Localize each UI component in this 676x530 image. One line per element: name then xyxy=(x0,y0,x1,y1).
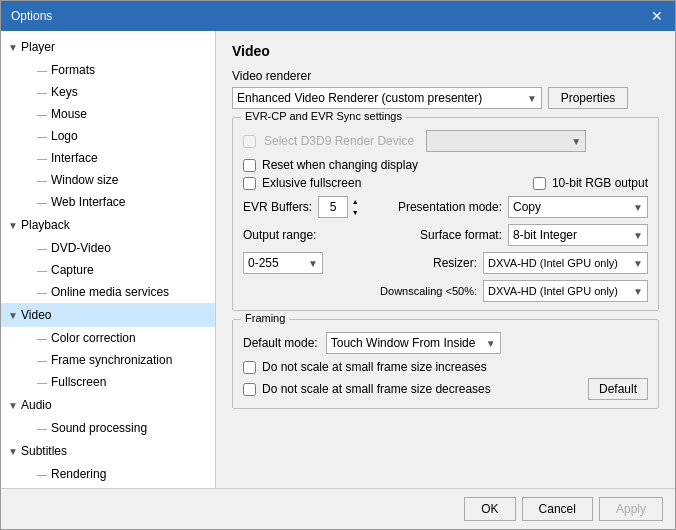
mouse-label: Mouse xyxy=(1,105,215,123)
evr-buffers-input[interactable] xyxy=(319,197,347,217)
web-interface-label: Web Interface xyxy=(1,193,215,211)
sidebar-item-video[interactable]: ▼ Video xyxy=(1,303,215,327)
tenbit-label: 10-bit RGB output xyxy=(552,176,648,190)
d3d9-label: Select D3D9 Render Device xyxy=(264,134,414,148)
sidebar-item-logo[interactable]: Logo xyxy=(1,125,215,147)
output-range-label: Output range: xyxy=(243,228,316,242)
spin-up-button[interactable]: ▲ xyxy=(348,196,362,207)
chevron-down-icon-2: ▼ xyxy=(571,136,581,147)
sidebar-item-color-correction[interactable]: Color correction xyxy=(1,327,215,349)
sidebar-item-audio[interactable]: ▼ Audio xyxy=(1,393,215,417)
exclusive-label: Exlusive fullscreen xyxy=(262,176,361,190)
sidebar-item-frame-sync[interactable]: Frame synchronization xyxy=(1,349,215,371)
framing-group-label: Framing xyxy=(241,312,289,324)
sidebar-item-mouse[interactable]: Mouse xyxy=(1,103,215,125)
close-button[interactable]: ✕ xyxy=(649,8,665,24)
sidebar-item-interface[interactable]: Interface xyxy=(1,147,215,169)
apply-button[interactable]: Apply xyxy=(599,497,663,521)
ok-button[interactable]: OK xyxy=(464,497,515,521)
surface-format-label: Surface format: xyxy=(420,228,502,242)
presentation-mode-label: Presentation mode: xyxy=(398,200,502,214)
title-bar: Options ✕ xyxy=(1,1,675,31)
video-renderer-dropdown[interactable]: Enhanced Video Renderer (custom presente… xyxy=(232,87,542,109)
evr-buffers-spinbox[interactable]: ▲ ▼ xyxy=(318,196,358,218)
presentation-mode-value: Copy xyxy=(513,200,541,214)
spin-down-button[interactable]: ▼ xyxy=(348,207,362,218)
reset-checkbox[interactable] xyxy=(243,159,256,172)
sidebar-item-capture[interactable]: Capture xyxy=(1,259,215,281)
video-label: Video xyxy=(21,308,51,322)
tenbit-checkbox[interactable] xyxy=(533,177,546,190)
playback-arrow: ▼ xyxy=(5,217,21,233)
video-renderer-value: Enhanced Video Renderer (custom presente… xyxy=(237,91,482,105)
default-mode-dropdown[interactable]: Touch Window From Inside ▼ xyxy=(326,332,501,354)
reset-label: Reset when changing display xyxy=(262,158,418,172)
evr-buffers-row: EVR Buffers: ▲ ▼ Presentation mode: xyxy=(243,196,648,218)
fullscreen-label: Fullscreen xyxy=(1,373,215,391)
spin-buttons: ▲ ▼ xyxy=(347,196,362,218)
d3d9-device-dropdown[interactable]: ▼ xyxy=(426,130,586,152)
no-scale-increase-checkbox[interactable] xyxy=(243,361,256,374)
video-renderer-label: Video renderer xyxy=(232,69,659,83)
output-resizer-row: 0-255 ▼ Resizer: DXVA-HD (Intel GPU only… xyxy=(243,252,648,274)
downscaling-row: Downscaling <50%: DXVA-HD (Intel GPU onl… xyxy=(243,280,648,302)
video-arrow: ▼ xyxy=(5,307,21,323)
no-scale-decrease-checkbox[interactable] xyxy=(243,383,256,396)
surface-format-row: Output range: Surface format: 8-bit Inte… xyxy=(243,224,648,246)
presentation-mode-col: Presentation mode: Copy ▼ xyxy=(398,196,648,218)
output-range-dropdown[interactable]: 0-255 ▼ xyxy=(243,252,323,274)
formats-label: Formats xyxy=(1,61,215,79)
chevron-down-icon-4: ▼ xyxy=(633,230,643,241)
sidebar-item-subtitles[interactable]: ▼ Subtitles xyxy=(1,439,215,463)
surface-format-dropdown[interactable]: 8-bit Integer ▼ xyxy=(508,224,648,246)
sidebar-item-fullscreen[interactable]: Fullscreen xyxy=(1,371,215,393)
frame-sync-label: Frame synchronization xyxy=(1,351,215,369)
resizer-value: DXVA-HD (Intel GPU only) xyxy=(488,257,618,269)
chevron-down-icon-5: ▼ xyxy=(308,258,318,269)
sidebar-item-dvd-video[interactable]: DVD-Video xyxy=(1,237,215,259)
surface-format-col: Surface format: 8-bit Integer ▼ xyxy=(420,224,648,246)
options-window: Options ✕ ▼ Player Formats Keys Mouse xyxy=(0,0,676,530)
no-scale-decrease-row: Do not scale at small frame size decreas… xyxy=(243,382,491,396)
chevron-down-icon-6: ▼ xyxy=(633,258,643,269)
logo-label: Logo xyxy=(1,127,215,145)
tenbit-row: 10-bit RGB output xyxy=(533,176,648,190)
sidebar-item-web-interface[interactable]: Web Interface xyxy=(1,191,215,213)
sidebar-item-player[interactable]: ▼ Player xyxy=(1,35,215,59)
sidebar-item-playback[interactable]: ▼ Playback xyxy=(1,213,215,237)
sidebar: ▼ Player Formats Keys Mouse Logo Interfa… xyxy=(1,31,216,488)
sidebar-item-sound-processing[interactable]: Sound processing xyxy=(1,417,215,439)
downscaling-col: Downscaling <50%: DXVA-HD (Intel GPU onl… xyxy=(380,280,648,302)
resizer-col: Resizer: DXVA-HD (Intel GPU only) ▼ xyxy=(433,252,648,274)
resizer-dropdown[interactable]: DXVA-HD (Intel GPU only) ▼ xyxy=(483,252,648,274)
player-arrow: ▼ xyxy=(5,39,21,55)
dvd-video-label: DVD-Video xyxy=(1,239,215,257)
default-button[interactable]: Default xyxy=(588,378,648,400)
sidebar-item-online-media[interactable]: Online media services xyxy=(1,281,215,303)
downscaling-dropdown[interactable]: DXVA-HD (Intel GPU only) ▼ xyxy=(483,280,648,302)
audio-label: Audio xyxy=(21,398,52,412)
properties-button[interactable]: Properties xyxy=(548,87,628,109)
sidebar-item-formats[interactable]: Formats xyxy=(1,59,215,81)
window-size-label: Window size xyxy=(1,171,215,189)
sidebar-item-window-size[interactable]: Window size xyxy=(1,169,215,191)
output-range-col: Output range: xyxy=(243,224,414,246)
evr-group: EVR-CP and EVR Sync settings Select D3D9… xyxy=(232,117,659,311)
presentation-mode-dropdown[interactable]: Copy ▼ xyxy=(508,196,648,218)
sound-processing-label: Sound processing xyxy=(1,419,215,437)
cancel-button[interactable]: Cancel xyxy=(522,497,593,521)
page-title: Video xyxy=(232,43,659,59)
sidebar-item-rendering[interactable]: Rendering xyxy=(1,463,215,485)
exclusive-checkbox[interactable] xyxy=(243,177,256,190)
d3d9-checkbox[interactable] xyxy=(243,135,256,148)
no-scale-decrease-label: Do not scale at small frame size decreas… xyxy=(262,382,491,396)
keys-label: Keys xyxy=(1,83,215,101)
interface-label: Interface xyxy=(1,149,215,167)
surface-format-value: 8-bit Integer xyxy=(513,228,577,242)
main-panel: Video Video renderer Enhanced Video Rend… xyxy=(216,31,675,488)
evr-buffers-label: EVR Buffers: xyxy=(243,200,312,214)
sidebar-item-keys[interactable]: Keys xyxy=(1,81,215,103)
audio-arrow: ▼ xyxy=(5,397,21,413)
downscaling-label: Downscaling <50%: xyxy=(380,285,477,297)
subtitles-label: Subtitles xyxy=(21,444,67,458)
